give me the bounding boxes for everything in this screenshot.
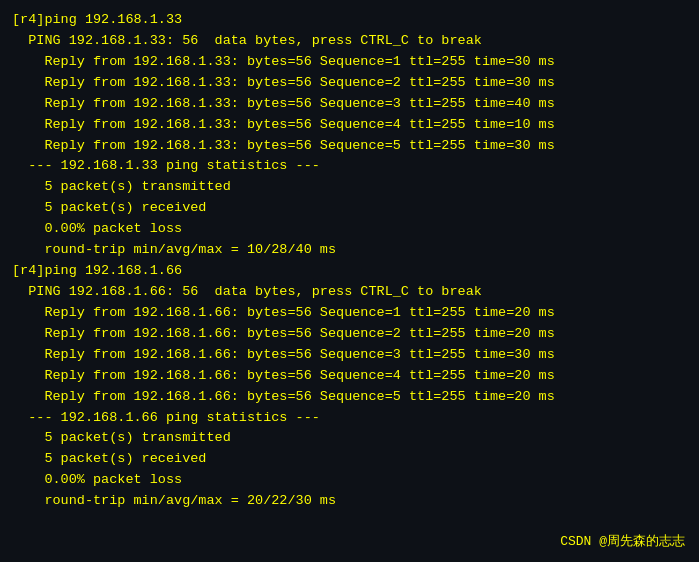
terminal-line: Reply from 192.168.1.66: bytes=56 Sequen… bbox=[12, 366, 687, 387]
terminal-line: 5 packet(s) received bbox=[12, 198, 687, 219]
terminal-line: --- 192.168.1.66 ping statistics --- bbox=[12, 408, 687, 429]
terminal-line: 0.00% packet loss bbox=[12, 470, 687, 491]
terminal-line: Reply from 192.168.1.33: bytes=56 Sequen… bbox=[12, 136, 687, 157]
terminal-line: Reply from 192.168.1.33: bytes=56 Sequen… bbox=[12, 94, 687, 115]
terminal-line: Reply from 192.168.1.66: bytes=56 Sequen… bbox=[12, 387, 687, 408]
terminal-line: Reply from 192.168.1.33: bytes=56 Sequen… bbox=[12, 73, 687, 94]
terminal-line: 5 packet(s) transmitted bbox=[12, 177, 687, 198]
terminal-line: Reply from 192.168.1.66: bytes=56 Sequen… bbox=[12, 303, 687, 324]
terminal-line: round-trip min/avg/max = 20/22/30 ms bbox=[12, 491, 687, 512]
terminal-line: [r4]ping 192.168.1.33 bbox=[12, 10, 687, 31]
terminal-line: 0.00% packet loss bbox=[12, 219, 687, 240]
terminal-line: 5 packet(s) received bbox=[12, 449, 687, 470]
terminal-line: 5 packet(s) transmitted bbox=[12, 428, 687, 449]
terminal-line: [r4]ping 192.168.1.66 bbox=[12, 261, 687, 282]
terminal-line: Reply from 192.168.1.66: bytes=56 Sequen… bbox=[12, 345, 687, 366]
terminal-line: Reply from 192.168.1.33: bytes=56 Sequen… bbox=[12, 115, 687, 136]
terminal-line: PING 192.168.1.33: 56 data bytes, press … bbox=[12, 31, 687, 52]
terminal-window: [r4]ping 192.168.1.33 PING 192.168.1.33:… bbox=[0, 0, 699, 562]
terminal-line: round-trip min/avg/max = 10/28/40 ms bbox=[12, 240, 687, 261]
terminal-line: --- 192.168.1.33 ping statistics --- bbox=[12, 156, 687, 177]
terminal-output: [r4]ping 192.168.1.33 PING 192.168.1.33:… bbox=[12, 10, 687, 512]
terminal-line: Reply from 192.168.1.33: bytes=56 Sequen… bbox=[12, 52, 687, 73]
terminal-line: Reply from 192.168.1.66: bytes=56 Sequen… bbox=[12, 324, 687, 345]
terminal-line: PING 192.168.1.66: 56 data bytes, press … bbox=[12, 282, 687, 303]
watermark: CSDN @周先森的志志 bbox=[560, 532, 685, 550]
